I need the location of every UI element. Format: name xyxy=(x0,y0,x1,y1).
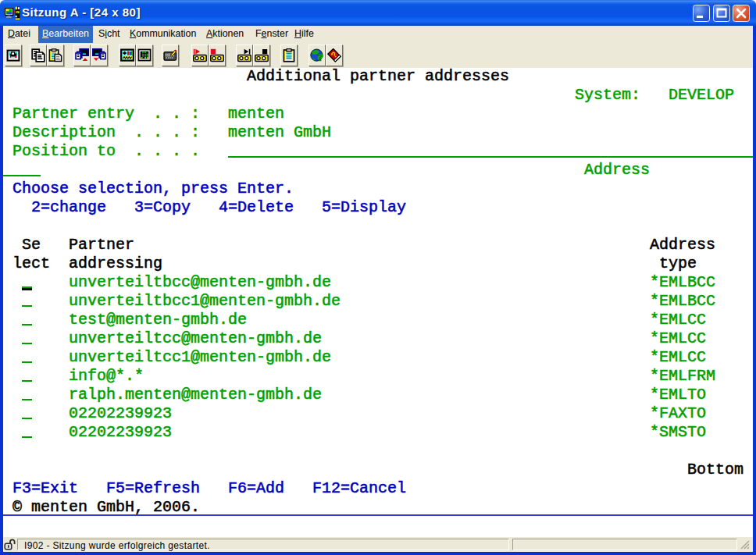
svg-text:?: ? xyxy=(317,52,323,62)
